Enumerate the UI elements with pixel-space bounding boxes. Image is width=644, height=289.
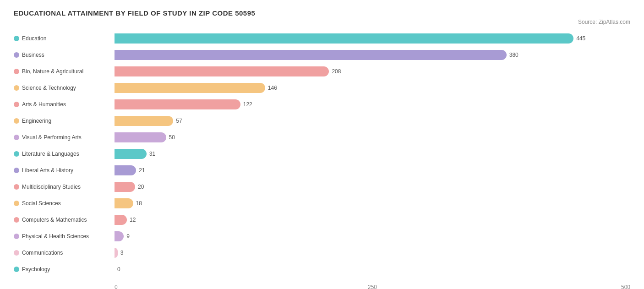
bar-fill: 12 <box>115 215 127 225</box>
chart-title: EDUCATIONAL ATTAINMENT BY FIELD OF STUDY… <box>14 9 630 17</box>
bar-label-text: Social Sciences <box>22 200 61 207</box>
x-axis-tick: 500 <box>458 284 630 289</box>
bar-container: 146 <box>115 82 630 94</box>
bar-label-text: Visual & Performing Arts <box>22 134 82 141</box>
bar-fill: 445 <box>115 33 573 44</box>
bar-label-text: Arts & Humanities <box>22 101 66 108</box>
bar-color-dot <box>14 250 19 256</box>
bar-container: 31 <box>115 148 630 160</box>
bar-fill: 380 <box>115 50 507 60</box>
bar-value-label: 9 <box>126 233 130 240</box>
bar-label: Science & Technology <box>14 85 115 91</box>
bar-color-dot <box>14 201 19 206</box>
bar-color-dot <box>14 118 19 124</box>
bar-label-text: Communications <box>22 250 63 256</box>
bar-color-dot <box>14 69 19 74</box>
bar-label: Engineering <box>14 118 115 124</box>
bar-container: 20 <box>115 181 630 193</box>
bar-color-dot <box>14 85 19 91</box>
bar-label: Education <box>14 35 115 42</box>
bar-color-dot <box>14 217 19 223</box>
bar-color-dot <box>14 151 19 157</box>
bar-row: Literature & Languages31 <box>14 147 630 161</box>
bar-label-text: Literature & Languages <box>22 151 79 157</box>
bar-value-label: 18 <box>136 200 142 207</box>
bar-color-dot <box>14 36 19 41</box>
bar-row: Science & Technology146 <box>14 81 630 95</box>
bar-container: 9 <box>115 230 630 242</box>
bar-row: Engineering57 <box>14 114 630 128</box>
bar-color-dot <box>14 102 19 107</box>
bar-row: Multidisciplinary Studies20 <box>14 180 630 194</box>
bar-fill: 57 <box>115 116 173 126</box>
bar-container: 21 <box>115 164 630 176</box>
bar-color-dot <box>14 135 19 140</box>
bar-value-label: 3 <box>120 250 124 256</box>
bar-label: Arts & Humanities <box>14 101 115 108</box>
bar-label-text: Psychology <box>22 266 50 273</box>
chart-area: Education445Business380Bio, Nature & Agr… <box>14 32 630 289</box>
bar-label-text: Science & Technology <box>22 85 76 91</box>
bar-label: Computers & Mathematics <box>14 217 115 223</box>
bar-fill: 21 <box>115 165 136 175</box>
bar-container: 57 <box>115 115 630 127</box>
bar-row: Psychology0 <box>14 262 630 276</box>
bar-container: 3 <box>115 247 630 259</box>
bar-fill: 122 <box>115 99 240 109</box>
bar-container: 0 <box>115 263 630 275</box>
bar-container: 445 <box>115 33 630 44</box>
bar-row: Bio, Nature & Agricultural208 <box>14 65 630 78</box>
chart-wrapper: EDUCATIONAL ATTAINMENT BY FIELD OF STUDY… <box>14 9 630 289</box>
bar-label: Physical & Health Sciences <box>14 233 115 240</box>
bar-container: 122 <box>115 98 630 110</box>
bar-label-text: Computers & Mathematics <box>22 217 87 223</box>
x-axis-tick: 0 <box>115 284 286 289</box>
bar-fill: 208 <box>115 66 329 76</box>
bar-row: Business380 <box>14 48 630 62</box>
bar-label: Visual & Performing Arts <box>14 134 115 141</box>
bar-label: Business <box>14 52 115 58</box>
bar-value-label: 380 <box>509 52 518 58</box>
bar-label-text: Multidisciplinary Studies <box>22 184 81 190</box>
bar-color-dot <box>14 52 19 58</box>
bar-color-dot <box>14 168 19 173</box>
bar-row: Computers & Mathematics12 <box>14 213 630 227</box>
x-axis-tick: 250 <box>286 284 458 289</box>
bar-value-label: 445 <box>576 35 585 42</box>
bar-label: Literature & Languages <box>14 151 115 157</box>
bar-container: 12 <box>115 214 630 226</box>
bar-fill: 20 <box>115 182 135 192</box>
bar-value-label: 0 <box>117 266 120 273</box>
x-axis: 0250500 <box>115 281 630 289</box>
bar-row: Visual & Performing Arts50 <box>14 131 630 144</box>
bar-label-text: Engineering <box>22 118 51 124</box>
bar-row: Education445 <box>14 32 630 45</box>
bar-container: 380 <box>115 49 630 61</box>
bar-value-label: 122 <box>243 101 252 108</box>
bar-color-dot <box>14 184 19 190</box>
bar-label-text: Bio, Nature & Agricultural <box>22 68 83 75</box>
bar-label: Bio, Nature & Agricultural <box>14 68 115 75</box>
bar-fill: 50 <box>115 132 166 142</box>
bar-row: Arts & Humanities122 <box>14 98 630 111</box>
bar-value-label: 21 <box>139 167 145 174</box>
bar-fill: 18 <box>115 198 133 208</box>
bar-value-label: 146 <box>268 85 277 91</box>
bar-value-label: 20 <box>138 184 144 190</box>
bar-container: 18 <box>115 197 630 209</box>
source-line: Source: ZipAtlas.com <box>14 19 630 25</box>
bar-label: Social Sciences <box>14 200 115 207</box>
bar-label: Multidisciplinary Studies <box>14 184 115 190</box>
bar-label-text: Liberal Arts & History <box>22 167 73 174</box>
bar-value-label: 31 <box>149 151 155 157</box>
bar-label: Communications <box>14 250 115 256</box>
bar-container: 50 <box>115 131 630 143</box>
bar-container: 208 <box>115 65 630 77</box>
bar-row: Liberal Arts & History21 <box>14 164 630 177</box>
bar-value-label: 12 <box>130 217 136 223</box>
bar-value-label: 50 <box>169 134 175 141</box>
bar-row: Social Sciences18 <box>14 196 630 210</box>
bar-fill: 146 <box>115 83 265 93</box>
bar-color-dot <box>14 267 19 272</box>
bar-row: Physical & Health Sciences9 <box>14 229 630 243</box>
